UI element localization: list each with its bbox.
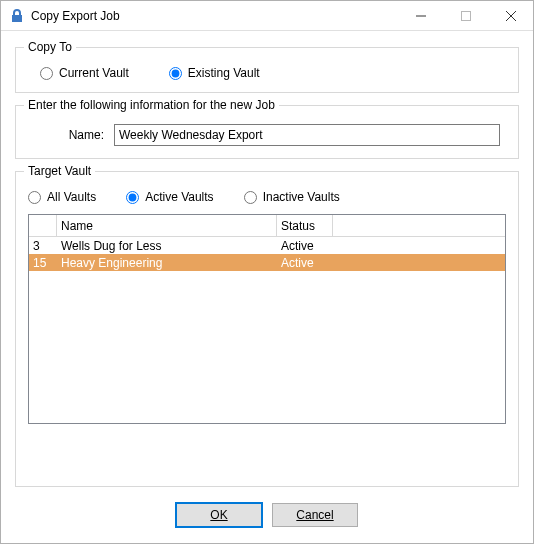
radio-active-vaults-input[interactable] <box>126 191 139 204</box>
cell-name: Wells Dug for Less <box>57 239 277 253</box>
table-row[interactable]: 3Wells Dug for LessActive <box>29 237 505 254</box>
job-info-group: Enter the following information for the … <box>15 105 519 159</box>
lock-icon <box>9 8 25 24</box>
close-button[interactable] <box>488 1 533 31</box>
radio-active-vaults[interactable]: Active Vaults <box>126 190 213 204</box>
maximize-button <box>443 1 488 31</box>
cell-status: Active <box>277 256 333 270</box>
radio-all-vaults-label: All Vaults <box>47 190 96 204</box>
title-bar: Copy Export Job <box>1 1 533 31</box>
radio-active-vaults-label: Active Vaults <box>145 190 213 204</box>
col-header-id[interactable] <box>29 215 57 236</box>
cell-status: Active <box>277 239 333 253</box>
col-header-status[interactable]: Status <box>277 215 333 236</box>
radio-existing-vault[interactable]: Existing Vault <box>169 66 260 80</box>
copy-to-legend: Copy To <box>24 40 76 54</box>
target-vault-group: Target Vault All Vaults Active Vaults In… <box>15 171 519 487</box>
vault-grid[interactable]: Name Status 3Wells Dug for LessActive15H… <box>28 214 506 424</box>
cancel-button[interactable]: Cancel <box>272 503 358 527</box>
name-label: Name: <box>34 128 104 142</box>
radio-all-vaults[interactable]: All Vaults <box>28 190 96 204</box>
grid-body: 3Wells Dug for LessActive15Heavy Enginee… <box>29 237 505 423</box>
copy-to-group: Copy To Current Vault Existing Vault <box>15 47 519 93</box>
radio-current-vault[interactable]: Current Vault <box>40 66 129 80</box>
radio-all-vaults-input[interactable] <box>28 191 41 204</box>
svg-rect-0 <box>461 11 470 20</box>
radio-existing-vault-input[interactable] <box>169 67 182 80</box>
cell-id: 15 <box>29 256 57 270</box>
radio-current-vault-input[interactable] <box>40 67 53 80</box>
cell-name: Heavy Engineering <box>57 256 277 270</box>
target-vault-legend: Target Vault <box>24 164 95 178</box>
radio-inactive-vaults-label: Inactive Vaults <box>263 190 340 204</box>
job-info-legend: Enter the following information for the … <box>24 98 279 112</box>
col-header-name[interactable]: Name <box>57 215 277 236</box>
cancel-button-label: Cancel <box>296 508 333 522</box>
ok-button-label: OK <box>210 508 227 522</box>
window-title: Copy Export Job <box>31 9 120 23</box>
table-row[interactable]: 15Heavy EngineeringActive <box>29 254 505 271</box>
radio-current-vault-label: Current Vault <box>59 66 129 80</box>
radio-inactive-vaults[interactable]: Inactive Vaults <box>244 190 340 204</box>
ok-button[interactable]: OK <box>176 503 262 527</box>
grid-header: Name Status <box>29 215 505 237</box>
radio-existing-vault-label: Existing Vault <box>188 66 260 80</box>
radio-inactive-vaults-input[interactable] <box>244 191 257 204</box>
name-input[interactable] <box>114 124 500 146</box>
cell-id: 3 <box>29 239 57 253</box>
minimize-button[interactable] <box>398 1 443 31</box>
